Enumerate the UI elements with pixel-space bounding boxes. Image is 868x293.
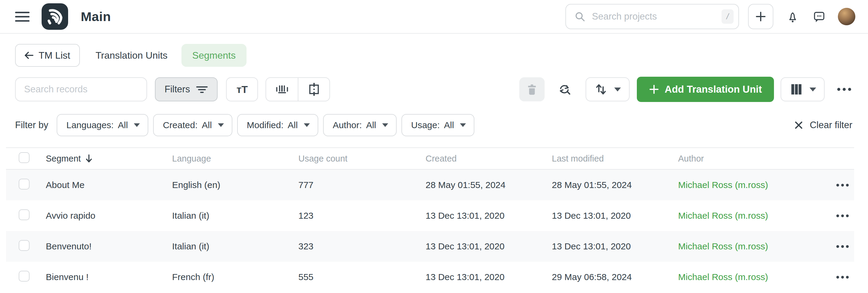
back-button-label: TM List (38, 50, 70, 61)
created-cell: 13 Dec 13:01, 2020 (426, 272, 552, 282)
column-header-usage-count[interactable]: Usage count (299, 154, 426, 163)
column-header-created[interactable]: Created (426, 154, 552, 163)
segment-cell: Bienvenu ! (46, 272, 172, 282)
usage-count-cell: 555 (299, 272, 426, 282)
usage-count-cell: 123 (299, 211, 426, 221)
created-cell: 28 May 01:55, 2024 (426, 180, 552, 190)
project-search[interactable]: / (565, 4, 739, 29)
last-modified-cell: 13 Dec 13:01, 2020 (552, 211, 678, 221)
chat-icon (812, 9, 827, 24)
text-case-button[interactable]: тT (226, 77, 258, 101)
table-row[interactable]: Benvenuto! Italian (it) 323 13 Dec 13:01… (6, 231, 854, 262)
filter-lines-icon (196, 84, 208, 95)
menu-icon[interactable] (15, 9, 30, 24)
table-row[interactable]: Avvio rapido Italian (it) 123 13 Dec 13:… (6, 200, 854, 231)
filter-name: Usage: (411, 120, 440, 130)
tab-translation-units[interactable]: Translation Units (96, 50, 167, 61)
row-menu-button[interactable] (835, 245, 854, 248)
author-link[interactable]: Michael Ross (m.ross) (678, 180, 827, 190)
create-project-button[interactable] (748, 4, 773, 29)
chevron-down-icon (218, 123, 224, 127)
table-row[interactable]: Bienvenu ! French (fr) 555 13 Dec 13:01,… (6, 262, 854, 292)
chevron-down-icon (134, 123, 140, 127)
sort-descending-icon (85, 154, 93, 163)
filter-dropdown[interactable]: Created: All (153, 114, 232, 136)
search-projects-input[interactable] (591, 11, 721, 22)
plus-icon (649, 84, 659, 95)
placeholder-frame-icon (306, 81, 322, 97)
text-case-icon: тT (237, 84, 248, 95)
language-cell: French (fr) (172, 272, 299, 282)
filter-dropdown[interactable]: Author: All (323, 114, 397, 136)
language-cell: English (en) (172, 180, 299, 190)
usage-count-cell: 323 (299, 241, 426, 252)
language-cell: Italian (it) (172, 211, 299, 221)
find-replace-button[interactable] (555, 80, 574, 98)
row-menu-button[interactable] (835, 214, 854, 218)
row-checkbox[interactable] (19, 179, 30, 189)
table-header-row: Segment Language Usage count Created Las… (6, 147, 854, 170)
filters-button[interactable]: Filters (155, 77, 218, 101)
column-header-author[interactable]: Author (678, 154, 827, 163)
last-modified-cell: 13 Dec 13:01, 2020 (552, 241, 678, 252)
table-body: About Me English (en) 777 28 May 01:55, … (6, 170, 854, 292)
author-link[interactable]: Michael Ross (m.ross) (678, 272, 827, 282)
filter-value: All (366, 120, 376, 130)
placeholder-view-button[interactable] (298, 78, 330, 101)
view-mode-group (266, 77, 330, 101)
segments-table: Segment Language Usage count Created Las… (6, 147, 854, 292)
row-menu-button[interactable] (835, 276, 854, 279)
feedback-button[interactable] (812, 9, 827, 24)
barcode-view-button[interactable] (266, 78, 298, 101)
clear-filter-button[interactable]: Clear filter (792, 119, 854, 131)
column-header-segment[interactable]: Segment (46, 154, 172, 163)
search-records-input[interactable] (15, 77, 147, 101)
user-avatar[interactable] (838, 8, 855, 25)
notifications-button[interactable] (785, 9, 800, 24)
delete-selected-button[interactable] (519, 77, 545, 101)
chevron-down-icon (304, 123, 310, 127)
column-header-language[interactable]: Language (172, 154, 299, 163)
table-row[interactable]: About Me English (en) 777 28 May 01:55, … (6, 170, 854, 200)
row-checkbox[interactable] (19, 209, 30, 220)
author-link[interactable]: Michael Ross (m.ross) (678, 211, 827, 221)
filter-name: Languages: (66, 120, 114, 130)
filter-bar: Filter by Languages: All Created: All Mo… (0, 114, 868, 136)
row-menu-button[interactable] (835, 183, 854, 187)
column-header-last-modified[interactable]: Last modified (552, 154, 678, 163)
filter-name: Modified: (247, 120, 284, 130)
view-tabs: TM List Translation Units Segments (0, 44, 868, 67)
clear-filter-label: Clear filter (810, 120, 852, 131)
bell-icon (785, 9, 800, 24)
add-translation-unit-button[interactable]: Add Translation Unit (637, 77, 774, 102)
segment-cell: Avvio rapido (46, 211, 172, 221)
filter-value: All (118, 120, 128, 130)
close-icon (794, 120, 804, 130)
top-bar: Main / (0, 0, 868, 34)
toolbar-more-button[interactable] (834, 80, 855, 98)
tab-segments[interactable]: Segments (181, 44, 247, 67)
created-cell: 13 Dec 13:01, 2020 (426, 241, 552, 252)
columns-icon (789, 82, 804, 97)
segment-cell: Benvenuto! (46, 241, 172, 252)
records-toolbar: Filters тT (0, 77, 868, 102)
created-cell: 13 Dec 13:01, 2020 (426, 211, 552, 221)
add-button-label: Add Translation Unit (664, 84, 762, 95)
row-checkbox[interactable] (19, 271, 30, 282)
row-checkbox[interactable] (19, 240, 30, 251)
arrow-left-icon (24, 50, 34, 61)
filter-dropdown[interactable]: Languages: All (57, 114, 148, 136)
sort-button[interactable] (586, 77, 629, 101)
plus-icon (755, 10, 767, 23)
select-all-checkbox[interactable] (19, 152, 30, 163)
back-to-tm-list-button[interactable]: TM List (15, 44, 80, 67)
author-link[interactable]: Michael Ross (m.ross) (678, 241, 827, 252)
last-modified-cell: 28 May 01:55, 2024 (552, 180, 678, 190)
columns-button[interactable] (781, 77, 825, 101)
chevron-down-icon (382, 123, 388, 127)
filter-dropdown[interactable]: Modified: All (237, 114, 318, 136)
filter-dropdown[interactable]: Usage: All (401, 114, 474, 136)
last-modified-cell: 29 May 06:58, 2024 (552, 272, 678, 282)
page-title: Main (81, 9, 111, 24)
app-logo[interactable] (41, 3, 68, 30)
